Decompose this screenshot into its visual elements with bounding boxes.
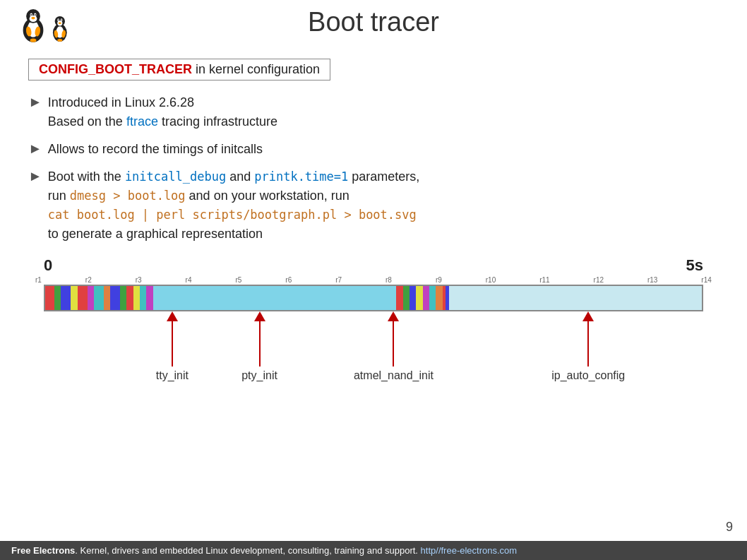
arrow-line-ip	[587, 321, 589, 367]
svg-point-18	[58, 19, 59, 20]
label-atmel-nand-init: atmel_nand_init	[354, 369, 434, 382]
config-highlight: CONFIG_BOOT_TRACER	[39, 62, 192, 76]
bullet-arrow-2: ►	[28, 141, 42, 157]
timeline-end: 5s	[686, 256, 703, 275]
bullet-item-2: ► Allows to record the timings of initca…	[28, 140, 719, 159]
slide-header: Boot tracer	[0, 0, 747, 44]
arrow-line-pty-init	[259, 321, 261, 367]
svg-point-8	[31, 17, 35, 20]
config-suffix: in kernel configuration	[192, 62, 320, 76]
tick-labels-row: r1 r2 r3 r4 r5 r6 r7 r8 r9 r10 r11 r12 r…	[35, 276, 712, 284]
bullet-text-1: Introduced in Linux 2.6.28 Based on the …	[48, 93, 277, 131]
arrow-tty-init: tty_init	[156, 311, 189, 382]
arrow-head-atmel	[388, 311, 399, 321]
timeline-bar	[44, 285, 703, 311]
svg-point-6	[30, 14, 32, 16]
svg-point-23	[57, 39, 62, 42]
footer-brand: Free Electrons	[11, 545, 75, 556]
arrow-atmel-nand-init: atmel_nand_init	[354, 311, 434, 382]
label-tty-init: tty_init	[156, 369, 189, 382]
timeline-container: tty_init pty_init atmel_nand_init ip_aut…	[44, 285, 703, 426]
bullet-item-3: ► Boot with the initcall_debug and print…	[28, 167, 719, 244]
arrow-line-atmel	[393, 321, 394, 367]
svg-point-20	[59, 22, 61, 24]
footer-text: Free Electrons. Kernel, drivers and embe…	[11, 545, 517, 556]
bullet-text-3: Boot with the initcall_debug and printk.…	[48, 167, 420, 244]
page-title: Boot tracer	[308, 7, 439, 37]
arrow-head-pty-init	[254, 311, 265, 321]
arrow-head-tty-init	[167, 311, 178, 321]
bar-stripes	[44, 285, 703, 311]
arrow-pty-init: pty_init	[241, 311, 277, 382]
footer: Free Electrons. Kernel, drivers and embe…	[0, 541, 747, 560]
tux-logo-icon	[14, 6, 78, 44]
dmesg-cmd: dmesg > boot.log	[70, 189, 186, 203]
initcall-debug-link: initcall_debug	[125, 169, 226, 184]
footer-desc: . Kernel, drivers and embedded Linux dev…	[75, 545, 418, 556]
slide-content: CONFIG_BOOT_TRACER in kernel configurati…	[0, 44, 747, 433]
svg-point-11	[30, 38, 37, 42]
timeline-numbers: 0 5s	[35, 256, 712, 275]
label-pty-init: pty_init	[241, 369, 277, 382]
bullet-arrow-1: ►	[28, 94, 42, 110]
logo-area	[14, 6, 78, 48]
bullet-arrow-3: ►	[28, 168, 42, 184]
cat-cmd: cat boot.log | perl scripts/bootgraph.pl…	[48, 208, 417, 222]
svg-point-19	[61, 19, 62, 20]
svg-point-7	[35, 14, 36, 16]
ftrace-link: ftrace	[126, 114, 158, 129]
timeline-section: 0 5s r1 r2 r3 r4 r5 r6 r7 r8 r9 r10 r11 …	[28, 256, 719, 426]
slide-number: 9	[726, 520, 733, 535]
label-ip-auto-config: ip_auto_config	[551, 369, 625, 382]
config-box: CONFIG_BOOT_TRACER in kernel configurati…	[28, 59, 330, 81]
bullet-text-2: Allows to record the timings of initcall…	[48, 140, 263, 159]
arrow-head-ip	[582, 311, 594, 321]
bullet-item-1: ► Introduced in Linux 2.6.28 Based on th…	[28, 93, 719, 131]
arrow-ip-auto-config: ip_auto_config	[551, 311, 625, 382]
timeline-start: 0	[44, 256, 52, 275]
printk-time-link: printk.time=1	[254, 169, 348, 184]
footer-link: http//free-electrons.com	[421, 545, 518, 556]
arrow-line-tty-init	[172, 321, 173, 367]
bar-inner	[44, 285, 703, 311]
